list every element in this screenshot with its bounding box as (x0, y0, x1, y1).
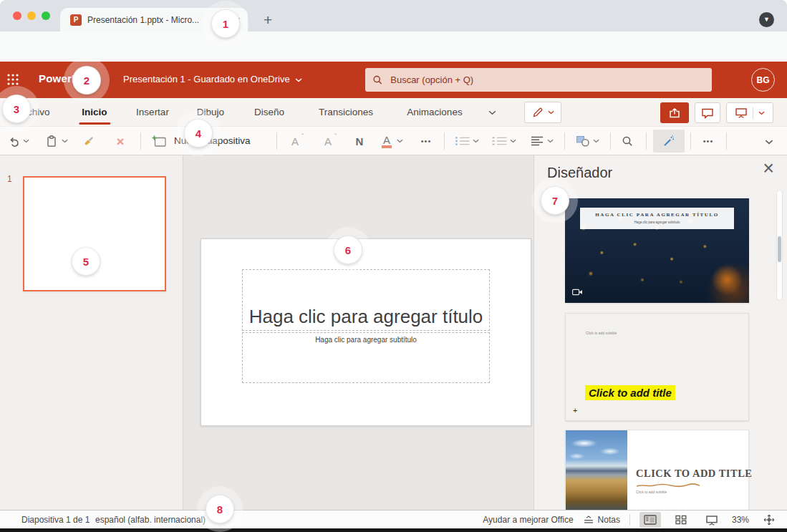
font-color-chevron-icon[interactable] (397, 139, 403, 143)
fit-to-window-icon (763, 514, 775, 526)
tab-animaciones[interactable]: Animaciones (407, 98, 462, 127)
notes-toggle[interactable]: Notas (583, 515, 620, 525)
divider (140, 132, 141, 150)
shapes-chevron-icon[interactable] (593, 139, 599, 143)
pen-icon (532, 107, 544, 118)
numbering-chevron-icon[interactable] (510, 139, 516, 143)
document-title[interactable]: Presentación 1 - Guardado en OneDrive (123, 74, 302, 84)
more-font-options-button[interactable]: ••• (415, 132, 437, 150)
improve-office-link[interactable]: Ayudar a mejorar Office (483, 515, 573, 525)
divider (444, 132, 445, 150)
shapes-button[interactable] (574, 132, 592, 150)
align-button[interactable] (528, 132, 546, 150)
more-tools-button[interactable]: ••• (697, 132, 719, 150)
design-card-text: CLICK TO ADD TITLE Click to add subtitle (636, 468, 743, 494)
format-painter-button[interactable] (80, 132, 97, 150)
search-input[interactable] (389, 74, 705, 86)
numbering-button[interactable] (491, 132, 508, 150)
normal-view-button[interactable] (639, 512, 661, 528)
app-window: P Presentación 1.pptx - Micro... × + ▼ ←… (0, 0, 787, 532)
slide-thumbnail-panel: 1 (0, 155, 183, 510)
notes-label: Notas (598, 515, 620, 525)
chevron-down-icon: ▼ (763, 16, 770, 23)
undo-button[interactable] (6, 132, 23, 150)
divider (690, 132, 691, 150)
fit-slide-button[interactable] (758, 512, 780, 528)
subtitle-placeholder[interactable]: Haga clic para agregar subtítulo (242, 332, 490, 383)
design-suggestion-card[interactable]: CLICK TO ADD TITLE Click to add subtitle (565, 430, 749, 510)
notes-icon (583, 516, 594, 524)
design-suggestion-card[interactable]: HAGA CLIC PARA AGREGAR TÍTULO Haga clic … (565, 198, 749, 303)
design-card-subtitle: Haga clic para agregar subtítulo (590, 220, 723, 223)
ribbon-tab-bar: Archivo Inicio Insertar Dibujo Diseño Tr… (0, 98, 787, 127)
tab-inicio[interactable]: Inicio (82, 98, 107, 127)
status-bar: Diapositiva 1 de 1 español (alfab. inter… (0, 510, 787, 528)
chevron-down-icon (548, 110, 554, 115)
document-title-text: Presentación 1 - Guardado en OneDrive (123, 74, 290, 84)
slide-thumbnail[interactable] (23, 176, 166, 291)
avatar[interactable]: BG (751, 68, 775, 92)
comments-button[interactable] (695, 102, 720, 123)
browser-profile-icon[interactable]: ▼ (759, 12, 774, 27)
zoom-level[interactable]: 33% (732, 515, 749, 525)
present-button[interactable] (726, 102, 773, 123)
tab-title: Presentación 1.pptx - Micro... (87, 15, 223, 25)
align-chevron-icon[interactable] (547, 139, 554, 143)
slide-sorter-view-button[interactable] (670, 512, 692, 528)
new-slide-icon[interactable] (150, 132, 168, 150)
callout-marker-3: 3 (3, 95, 30, 122)
slideshow-view-button[interactable] (701, 512, 723, 528)
undo-chevron-icon[interactable] (23, 139, 29, 143)
design-card-banner: HAGA CLIC PARA AGREGAR TÍTULO Haga clic … (580, 208, 734, 229)
tab-insertar[interactable]: Insertar (136, 98, 169, 127)
more-tabs-chevron-icon[interactable] (488, 110, 496, 115)
slide-number: 1 (7, 174, 12, 184)
design-suggestion-card[interactable]: Click to add subtitle Click to add title… (565, 313, 749, 421)
plus-icon: + (573, 406, 577, 415)
font-color-button[interactable]: A (378, 132, 395, 150)
status-bar-right: Ayudar a mejorar Office Notas 33% (483, 511, 780, 529)
grow-font-button[interactable]: Aˆ (286, 132, 304, 150)
browser-tab-strip: P Presentación 1.pptx - Micro... × + ▼ (0, 0, 787, 32)
search-box[interactable] (365, 68, 712, 92)
delete-button[interactable]: × (112, 132, 129, 150)
design-card-subtitle: Click to add subtitle (586, 331, 617, 335)
mountain-photo (566, 430, 627, 510)
traffic-light-close[interactable] (13, 11, 21, 20)
app-launcher-icon[interactable] (6, 73, 19, 86)
draw-pen-button[interactable] (524, 102, 561, 123)
traffic-light-zoom[interactable] (42, 11, 50, 20)
divider (629, 514, 630, 526)
comment-icon (701, 107, 714, 119)
designer-scrollbar[interactable] (776, 190, 783, 301)
new-tab-button[interactable]: + (264, 12, 272, 27)
divider (610, 132, 611, 150)
divider (646, 132, 647, 150)
language-indicator[interactable]: español (alfab. internacional) (95, 515, 206, 525)
slide-canvas[interactable]: Haga clic para agregar título Haga clic … (201, 238, 531, 426)
collapse-ribbon-chevron-icon[interactable] (765, 140, 773, 145)
tab-diseno[interactable]: Diseño (254, 98, 284, 127)
paste-button[interactable] (43, 132, 60, 150)
grid-view-icon (675, 515, 687, 525)
title-placeholder[interactable]: Haga clic para agregar título (242, 269, 490, 331)
bold-button[interactable]: N (351, 132, 368, 150)
scrollbar-thumb[interactable] (778, 236, 781, 262)
shrink-font-button[interactable]: Aˇ (319, 132, 337, 150)
close-icon[interactable]: × (763, 159, 774, 178)
bullets-chevron-icon[interactable] (473, 139, 479, 143)
designer-wand-button[interactable] (653, 130, 685, 153)
share-button[interactable] (660, 102, 689, 123)
paste-chevron-icon[interactable] (62, 139, 68, 143)
design-card-title: Click to add title (585, 385, 675, 400)
divider (564, 132, 565, 150)
divider (276, 132, 277, 150)
callout-marker-5: 5 (72, 248, 100, 275)
callout-marker-4: 4 (185, 120, 212, 147)
bullets-button[interactable] (454, 132, 471, 150)
callout-marker-2: 2 (73, 67, 100, 94)
tab-transiciones[interactable]: Transiciones (319, 98, 373, 127)
find-button[interactable] (619, 132, 636, 150)
powerpoint-header: PowerPoint Presentación 1 - Guardado en … (0, 62, 787, 98)
traffic-light-minimize[interactable] (27, 11, 36, 20)
